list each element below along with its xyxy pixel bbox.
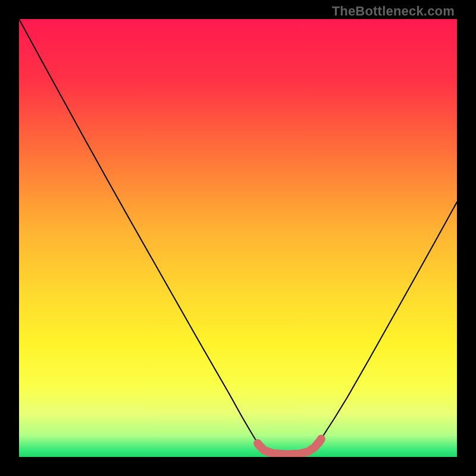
chart-plot-area	[19, 19, 457, 457]
watermark-text: TheBottleneck.com	[332, 4, 455, 19]
chart-svg	[19, 19, 457, 457]
marker-point-icon	[315, 439, 323, 447]
chart-frame: TheBottleneck.com	[0, 0, 476, 476]
gradient-background	[19, 19, 457, 457]
